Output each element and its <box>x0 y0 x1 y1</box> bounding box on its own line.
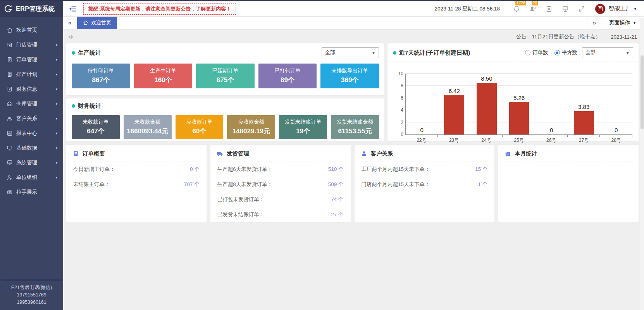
app-title: ERP管理系统 <box>16 5 55 13</box>
bar[interactable] <box>574 111 594 134</box>
sidebar-item-1[interactable]: 门店管理▼ <box>0 38 63 52</box>
chart-filter-select[interactable]: 全部 ▼ <box>582 47 633 58</box>
page-content: 公告：11月21日更新公告（晚十点） 2023-11-21 生产统计 全部 ▼ <box>63 29 644 310</box>
chevron-down-icon: ▼ <box>55 102 58 106</box>
workstation-icon[interactable] <box>562 5 569 12</box>
home-icon <box>83 20 88 26</box>
finance-card-0[interactable]: 未收款订单647个 <box>72 115 120 139</box>
tabs-scroll-right-icon[interactable]: » <box>587 17 601 29</box>
sidebar-item-6[interactable]: 客户关系▼ <box>0 111 63 126</box>
production-card-2[interactable]: 已延期订单875个 <box>196 64 255 88</box>
sidebar-item-label: 财务信息 <box>16 86 37 93</box>
production-card-4[interactable]: 未排版导出订单369个 <box>320 64 379 88</box>
bar[interactable] <box>444 95 464 134</box>
stat-label: 未结账主订单： <box>73 181 110 188</box>
sidebar-item-9[interactable]: 系统管理▼ <box>0 155 63 170</box>
finance-card-2[interactable]: 应收款订单60个 <box>176 115 224 139</box>
stat-value-link[interactable]: 707 个 <box>184 181 200 188</box>
production-filter-select[interactable]: 全部 ▼ <box>322 47 379 58</box>
stat-card-label: 未排版导出订单 <box>331 67 368 74</box>
sidebar-item-2[interactable]: 订单管理▼ <box>0 52 63 67</box>
user-name: 智能工厂 <box>608 5 632 12</box>
support-phone-2: 19953960161 <box>0 299 63 306</box>
summary-panel-3: 本月统计 <box>498 145 639 222</box>
stat-value-link[interactable]: 1 个 <box>478 181 487 188</box>
stat-card-label: 生产中订单 <box>150 67 176 74</box>
stat-row: 已发货未结账订单：27 个 <box>217 207 344 222</box>
stat-card-value: 19个 <box>296 127 310 136</box>
production-card-1[interactable]: 生产中订单160个 <box>134 64 193 88</box>
chevron-down-icon: ▼ <box>372 51 375 55</box>
avatar <box>595 4 605 14</box>
chevron-down-icon: ▼ <box>55 132 58 135</box>
finance-card-1[interactable]: 未收款金额1660093.44元 <box>124 115 172 139</box>
sidebar-item-5[interactable]: 仓库管理▼ <box>0 96 63 111</box>
sidebar-item-3[interactable]: 排产计划▼ <box>0 67 63 82</box>
chart-radio-0[interactable]: 订单数 <box>525 49 548 56</box>
bar-value-label: 0 <box>420 127 424 133</box>
chart-x-tick <box>405 135 438 137</box>
sidebar-item-8[interactable]: 基础数据▼ <box>0 141 63 155</box>
bar[interactable] <box>509 102 529 134</box>
bar-chart: 024681006.428.505.2603.830 22号23号24号25号2… <box>387 62 639 144</box>
bar-value-label: 0 <box>550 127 553 133</box>
chart-panel-title: 近7天统计(子订单创建日期) <box>399 49 470 57</box>
chart-x-label: 28号 <box>600 137 632 144</box>
page-actions-label: 页面操作 <box>609 19 630 26</box>
chevron-down-icon: ▼ <box>55 43 58 47</box>
chart-x-ticks <box>405 135 632 137</box>
page-actions-dropdown[interactable]: 页面操作 ▼ <box>601 17 644 29</box>
sidebar-item-4[interactable]: 财务信息▼ <box>0 82 63 96</box>
chart-radio-1[interactable]: 平方数 <box>554 49 578 56</box>
sidebar-item-label: 客户关系 <box>16 115 37 122</box>
user-menu[interactable]: 智能工厂 ▼ <box>595 4 637 14</box>
customer-icon <box>361 150 367 157</box>
order-icon <box>7 57 13 63</box>
stat-value-link[interactable]: 0 个 <box>190 166 200 173</box>
tab-welcome-home[interactable]: 欢迎首页 <box>77 17 117 29</box>
scrollbar-thumb[interactable] <box>641 55 644 129</box>
production-card-0[interactable]: 待打印订单867个 <box>72 64 130 88</box>
finance-card-4[interactable]: 发货未结账订单19个 <box>279 115 327 139</box>
bar-slot-27号: 3.83 <box>568 74 600 134</box>
fullscreen-icon[interactable] <box>578 5 585 12</box>
sidebar-item-10[interactable]: 单位组织▼ <box>0 170 63 185</box>
warehouse-icon <box>7 101 13 107</box>
page-scrollbar[interactable] <box>640 18 644 310</box>
production-card-3[interactable]: 已打包订单89个 <box>258 64 317 88</box>
stat-card-label: 未收款金额 <box>134 119 161 126</box>
stat-card-label: 待打印订单 <box>88 67 114 74</box>
summary-panel-title: 客户关系 <box>371 150 393 157</box>
sidebar-item-7[interactable]: 报表中心▼ <box>0 126 63 141</box>
chart-x-label: 23号 <box>438 137 470 144</box>
stat-card-label: 发货未结账金额 <box>337 119 374 126</box>
chart-x-label: 24号 <box>470 137 503 144</box>
finance-card-5[interactable]: 发货未结账金额61153.55元 <box>331 115 379 139</box>
sidebar-item-label: 订单管理 <box>16 56 37 63</box>
tabs-scroll-left-icon[interactable]: « <box>63 17 77 29</box>
summary-panel-title: 订单概要 <box>83 150 105 157</box>
stat-value-link[interactable]: 509 个 <box>328 181 344 188</box>
stat-value-link[interactable]: 27 个 <box>331 211 343 218</box>
erp-dashboard: ERP管理系统 欢迎首页门店管理▼订单管理▼排产计划▼财务信息▼仓库管理▼客户关… <box>0 0 644 310</box>
stat-value-link[interactable]: 74 个 <box>331 196 343 203</box>
bell-icon[interactable]: 1726 <box>513 5 520 12</box>
stat-value-link[interactable]: 15 个 <box>475 166 487 173</box>
clipboard-icon[interactable] <box>546 5 553 12</box>
announcement-text[interactable]: 公告：11月21日更新公告（晚十点） <box>516 33 601 40</box>
sidebar-item-0[interactable]: 欢迎首页 <box>0 23 63 38</box>
sidebar-item-label: 基础数据 <box>16 145 37 152</box>
handle-icon <box>7 189 13 195</box>
finance-card-3[interactable]: 应收款金额148029.19元 <box>227 115 275 139</box>
finance-cards-row: 未收款订单647个未收款金额1660093.44元应收款订单60个应收款金额14… <box>66 113 384 144</box>
speaker-icon <box>68 34 74 40</box>
sidebar-item-11[interactable]: 拉手展示 <box>0 185 63 200</box>
messages-icon[interactable]: 20 <box>529 5 536 12</box>
stat-value-link[interactable]: 510 个 <box>328 166 344 173</box>
bell-badge: 1726 <box>515 1 526 5</box>
summary-panel-title: 发货管理 <box>227 150 249 157</box>
menu-collapse-icon[interactable] <box>69 5 77 13</box>
stats-column: 生产统计 全部 ▼ 待打印订单867个生产中订单160个已延期订单875个已打包… <box>66 43 384 141</box>
chevron-down-icon: ▼ <box>633 21 636 25</box>
bar[interactable] <box>477 83 497 134</box>
